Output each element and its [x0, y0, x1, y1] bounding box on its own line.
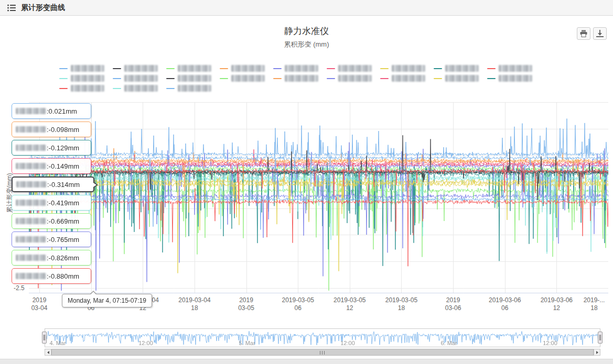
legend-label-redacted [285, 75, 318, 82]
navigator-time-label: 12:00 [543, 340, 557, 346]
navigator-time-label: 12:00 [138, 340, 153, 346]
navigator-handle-left[interactable] [42, 332, 47, 344]
legend-label-redacted [445, 75, 479, 82]
legend-label-redacted [338, 65, 372, 72]
arrow-left-icon [47, 351, 49, 354]
x-axis-tooltip: Monday, Mar 4, 07:15-07:19 [62, 294, 152, 307]
x-axis-tick-label: 201903-06 [445, 296, 461, 312]
tooltip-value: :-0.826mm [47, 254, 79, 262]
tooltip-value: :-0.098mm [47, 126, 79, 134]
legend-label-redacted [392, 75, 425, 82]
legend-item[interactable] [220, 65, 265, 72]
tooltip-box: :-0.098mm [12, 122, 91, 137]
legend-item[interactable] [59, 65, 104, 72]
legend-marker-line-icon [487, 68, 496, 69]
tooltip-value: :-0.149mm [47, 162, 79, 170]
legend-marker-line-icon [487, 78, 496, 79]
navigator-handle-right[interactable] [598, 332, 603, 344]
legend-item[interactable] [273, 65, 318, 72]
legend-item[interactable] [273, 75, 318, 82]
legend-label-redacted [71, 75, 104, 82]
scrollbar-left-button[interactable] [45, 349, 51, 356]
menu-icon[interactable] [6, 3, 17, 13]
tooltip-box: :-0.129mm [12, 140, 91, 156]
list-menu-icon [7, 4, 16, 12]
tooltip-series-name-redacted [16, 200, 46, 206]
legend-label-redacted [178, 75, 211, 82]
x-axis-tick-label: 2019-03-0612 [541, 296, 573, 312]
print-button[interactable] [577, 27, 590, 40]
legend-marker-line-icon [434, 78, 442, 79]
download-icon [596, 30, 604, 37]
tooltip-box: :-0.880mm [12, 268, 91, 284]
x-axis-tick-label: 201903-04 [31, 296, 48, 312]
legend-marker-line-icon [327, 68, 335, 69]
legend-item[interactable] [380, 65, 425, 72]
legend-item[interactable] [380, 75, 425, 82]
tooltip-series-name-redacted [16, 163, 46, 169]
tooltip-value: :0.021mm [47, 107, 77, 115]
tooltip-series-name-redacted [16, 273, 46, 279]
legend-marker-line-icon [380, 68, 389, 69]
legend-item[interactable] [220, 75, 265, 82]
download-button[interactable] [593, 27, 607, 40]
tooltip-series-name-redacted [16, 236, 46, 242]
legend-marker-line-icon [166, 78, 175, 79]
x-axis-tick-label: 2019-03-0518 [385, 296, 417, 312]
legend-item[interactable] [59, 85, 104, 92]
legend-item[interactable] [113, 85, 158, 92]
legend-item[interactable] [487, 75, 532, 82]
tooltip-box: :-0.314mm [12, 177, 94, 192]
tooltip-value: :-0.669mm [47, 217, 79, 225]
legend-label-redacted [231, 75, 265, 82]
legend-label-redacted [178, 65, 211, 72]
legend-label-redacted [499, 65, 532, 72]
main-chart-canvas[interactable] [29, 102, 608, 293]
legend-marker-line-icon [273, 68, 282, 69]
legend-label-redacted [285, 65, 318, 72]
page-title: 累计形变曲线 [21, 3, 65, 13]
legend-item[interactable] [434, 75, 479, 82]
legend-marker-line-icon [59, 88, 68, 89]
legend-item[interactable] [59, 75, 104, 82]
legend-item[interactable] [166, 75, 211, 82]
legend-item[interactable] [487, 65, 532, 72]
navigator-time-label: 12:00 [340, 340, 355, 346]
tooltip-series-name-redacted [16, 181, 47, 187]
legend-item[interactable] [166, 85, 211, 92]
navigator-time-label: 4. Mar [49, 340, 66, 346]
bottom-strip [0, 359, 613, 364]
legend-label-redacted [231, 65, 265, 72]
legend-item[interactable] [166, 65, 211, 72]
scrollbar-right-button[interactable] [594, 349, 600, 356]
legend-item[interactable] [327, 65, 372, 72]
legend-marker-line-icon [113, 68, 121, 69]
legend-marker-line-icon [220, 68, 228, 69]
navigator-time-label: 6. Mar [440, 340, 457, 346]
tooltip-box: :-0.669mm [12, 213, 91, 229]
x-axis-tick-label: 2019-03-0606 [489, 296, 521, 312]
legend-label-redacted [338, 75, 372, 82]
navigator[interactable] [45, 328, 600, 347]
chart-subtitle: 累积形变 (mm) [0, 40, 613, 49]
navigator-canvas[interactable] [45, 329, 600, 347]
x-axis-tick-label: 2019-03-0506 [282, 296, 314, 312]
tooltip-series-name-redacted [16, 126, 46, 133]
legend-item[interactable] [327, 75, 372, 82]
scrollbar-thumb[interactable] [51, 349, 594, 356]
legend-marker-line-icon [273, 78, 282, 79]
tooltip-value: :-0.314mm [47, 181, 80, 189]
legend [55, 63, 558, 93]
legend-marker-line-icon [113, 88, 121, 89]
legend-marker-line-icon [434, 68, 442, 69]
tooltip-value: :-0.880mm [47, 272, 79, 280]
export-toolbar [577, 27, 607, 40]
legend-item[interactable] [434, 65, 479, 72]
legend-label-redacted [445, 65, 479, 72]
tooltip-box: :-0.765mm [12, 231, 91, 247]
legend-item[interactable] [113, 75, 158, 82]
scrollbar [45, 349, 600, 356]
tooltip-stack: :0.021mm:-0.098mm:-0.129mm:-0.149mm:-0.3… [12, 103, 94, 286]
legend-item[interactable] [113, 65, 158, 72]
top-bar: 累计形变曲线 [0, 0, 613, 16]
